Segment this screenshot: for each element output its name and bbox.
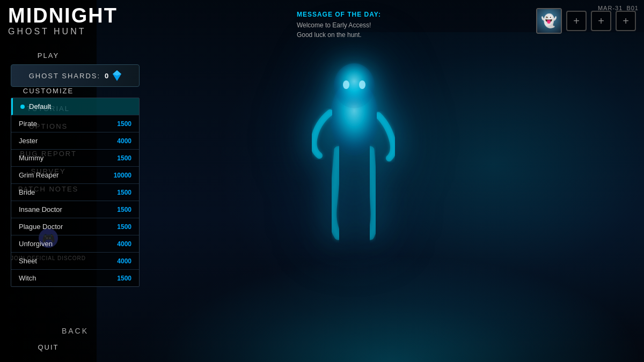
motd: MESSAGE OF THE DAY: Welcome to Early Acc… xyxy=(297,11,381,40)
skin-item-insane-doctor[interactable]: Insane Doctor 1500 xyxy=(11,201,139,218)
skin-cost-grim-reaper: 10000 xyxy=(114,172,131,179)
skin-item-grim-reaper[interactable]: Grim Reaper 10000 xyxy=(11,167,139,184)
user-slots: 👻 + + + xyxy=(536,8,636,34)
skin-name-unforgiven: Unforgiven xyxy=(19,240,53,248)
motd-line1: Welcome to Early Access! xyxy=(297,20,381,30)
skin-name-mummy: Mummy xyxy=(19,154,43,162)
skin-name-bride: Bride xyxy=(19,188,35,196)
ghost-shards-label: GHOST SHARDS: xyxy=(29,72,100,80)
skin-list: Default Pirate 1500 Jester 4000 Mummy 15… xyxy=(11,98,140,287)
skin-name-insane-doctor: Insane Doctor xyxy=(19,205,62,213)
ghost-avatar-icon: 👻 xyxy=(541,13,557,28)
logo-line1: MIDNIGHT xyxy=(8,5,89,26)
add-slot-1[interactable]: + xyxy=(566,11,587,31)
avatar-inner: 👻 xyxy=(537,9,561,33)
skin-name-sheet: Sheet xyxy=(19,257,37,265)
skin-item-sheet[interactable]: Sheet 4000 xyxy=(11,253,139,270)
skin-name-default: Default xyxy=(20,102,51,110)
skin-cost-bride: 1500 xyxy=(117,189,131,196)
motd-title: MESSAGE OF THE DAY: xyxy=(297,11,381,18)
skin-item-bride[interactable]: Bride 1500 xyxy=(11,184,139,201)
skin-cost-insane-doctor: 1500 xyxy=(117,206,131,213)
skin-item-mummy[interactable]: Mummy 1500 xyxy=(11,150,139,167)
add-slot-3[interactable]: + xyxy=(616,11,636,31)
ghost-shards-value: 0 xyxy=(105,72,108,80)
skin-cost-jester: 4000 xyxy=(117,137,131,145)
motd-text: Welcome to Early Access! Good luck on th… xyxy=(297,20,381,40)
logo-line2: GHOST HUNT xyxy=(8,27,89,36)
skin-item-plague-doctor[interactable]: Plague Doctor 1500 xyxy=(11,218,139,235)
skin-name-grim-reaper: Grim Reaper xyxy=(19,171,58,179)
selected-indicator xyxy=(20,105,25,109)
skin-cost-plague-doctor: 1500 xyxy=(117,223,131,231)
skin-name-plague-doctor: Plague Doctor xyxy=(19,223,63,231)
skin-item-witch[interactable]: Witch 1500 xyxy=(11,270,139,286)
user-avatar-slot[interactable]: 👻 xyxy=(536,8,562,34)
shard-diamond-icon xyxy=(113,70,121,81)
skin-cost-unforgiven: 4000 xyxy=(117,240,131,248)
skin-item-default[interactable]: Default xyxy=(11,98,139,115)
skin-cost-witch: 1500 xyxy=(117,275,131,282)
skin-name-pirate: Pirate xyxy=(19,120,37,128)
skin-name-jester: Jester xyxy=(19,137,38,145)
nav-play[interactable]: PLAY xyxy=(0,47,97,64)
motd-line2: Good luck on the hunt. xyxy=(297,30,381,40)
customize-panel: GHOST SHARDS: 0 Default Pirate 1500 Jest… xyxy=(11,64,140,287)
skin-item-pirate[interactable]: Pirate 1500 xyxy=(11,115,139,132)
skin-name-witch: Witch xyxy=(19,274,36,282)
skin-cost-sheet: 4000 xyxy=(117,257,131,265)
skin-item-jester[interactable]: Jester 4000 xyxy=(11,132,139,150)
skin-item-unforgiven[interactable]: Unforgiven 4000 xyxy=(11,235,139,253)
skin-cost-mummy: 1500 xyxy=(117,154,131,162)
skin-cost-pirate: 1500 xyxy=(117,120,131,128)
room-background xyxy=(97,0,644,362)
add-slot-2[interactable]: + xyxy=(591,11,611,31)
logo: MIDNIGHT GHOST HUNT xyxy=(3,5,94,36)
ghost-shards-bar: GHOST SHARDS: 0 xyxy=(11,64,140,87)
quit-button[interactable]: QUIT xyxy=(0,343,97,351)
